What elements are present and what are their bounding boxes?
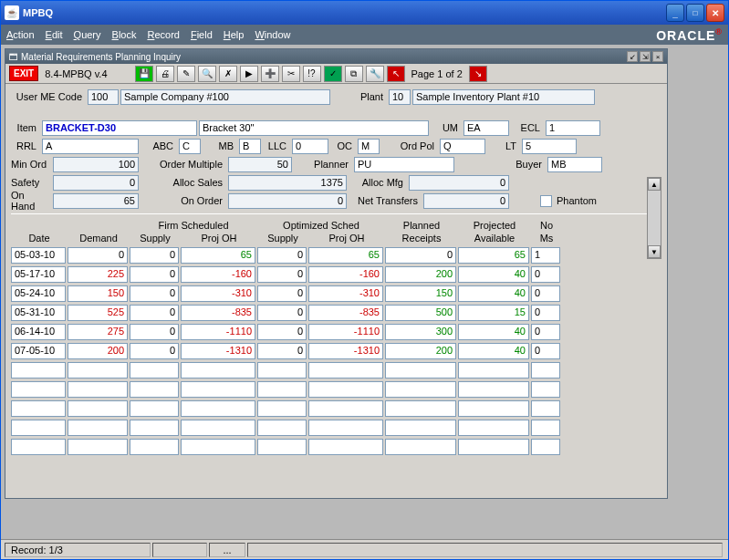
item-desc-field[interactable] bbox=[199, 120, 429, 136]
grid-cell[interactable] bbox=[130, 362, 179, 379]
grid-cell[interactable]: 40 bbox=[458, 343, 529, 359]
grid-cell[interactable]: 0 bbox=[130, 324, 179, 340]
table-row[interactable] bbox=[11, 362, 661, 381]
inner-restore-icon[interactable]: ⇲ bbox=[640, 51, 651, 62]
grid-cell[interactable]: 0 bbox=[130, 285, 179, 302]
abc-field[interactable] bbox=[179, 139, 201, 154]
grid-cell[interactable] bbox=[68, 400, 128, 417]
table-row[interactable]: 05-17-102250-1600-160200400 bbox=[11, 266, 661, 285]
grid-cell[interactable]: 525 bbox=[68, 305, 128, 321]
exit-button[interactable]: EXIT bbox=[9, 66, 38, 81]
grid-cell[interactable]: 0 bbox=[130, 266, 179, 283]
grid-cell[interactable] bbox=[181, 400, 255, 417]
maximize-button[interactable]: □ bbox=[686, 4, 704, 22]
grid-cell[interactable]: 200 bbox=[385, 266, 456, 283]
item-field[interactable] bbox=[42, 120, 197, 136]
grid-cell[interactable]: 0 bbox=[531, 305, 560, 321]
grid-cell[interactable] bbox=[308, 439, 383, 455]
grid-cell[interactable] bbox=[458, 400, 529, 417]
grid-cell[interactable] bbox=[257, 439, 307, 455]
form-scrollbar[interactable]: ▲ ▼ bbox=[647, 177, 661, 259]
menu-help[interactable]: Help bbox=[224, 29, 245, 40]
grid-cell[interactable]: 05-24-10 bbox=[11, 285, 66, 302]
grid-cell[interactable]: 0 bbox=[257, 247, 307, 264]
oc-field[interactable] bbox=[358, 139, 380, 154]
company-field[interactable] bbox=[120, 89, 330, 105]
grid-cell[interactable]: 0 bbox=[531, 324, 560, 340]
grid-cell[interactable] bbox=[11, 439, 66, 455]
menu-window[interactable]: Window bbox=[255, 29, 290, 40]
plant-desc-field[interactable] bbox=[412, 89, 595, 105]
grid-cell[interactable] bbox=[308, 362, 383, 379]
scroll-up-icon[interactable]: ▲ bbox=[648, 178, 661, 191]
grid-cell[interactable] bbox=[531, 381, 560, 398]
menu-field[interactable]: Field bbox=[191, 29, 213, 40]
grid-cell[interactable]: 0 bbox=[257, 266, 307, 283]
grid-cell[interactable] bbox=[68, 362, 128, 379]
grid-cell[interactable]: 40 bbox=[458, 266, 529, 283]
print-button[interactable]: 🖨 bbox=[156, 66, 174, 82]
grid-cell[interactable]: -1310 bbox=[308, 343, 383, 359]
grid-cell[interactable] bbox=[130, 420, 179, 436]
grid-cell[interactable]: 1 bbox=[531, 247, 560, 264]
grid-cell[interactable]: 200 bbox=[385, 343, 456, 359]
copy-button[interactable]: ⧉ bbox=[345, 66, 363, 82]
grid-cell[interactable] bbox=[181, 362, 255, 379]
grid-cell[interactable]: 65 bbox=[308, 247, 383, 264]
buyer-field[interactable] bbox=[547, 157, 602, 172]
grid-cell[interactable] bbox=[308, 420, 383, 436]
grid-cell[interactable]: -1110 bbox=[181, 324, 255, 340]
grid-cell[interactable] bbox=[11, 420, 66, 436]
grid-cell[interactable]: -160 bbox=[308, 266, 383, 283]
ordmult-field[interactable] bbox=[228, 157, 292, 172]
grid-cell[interactable]: 0 bbox=[257, 305, 307, 321]
um-field[interactable] bbox=[463, 120, 509, 136]
grid-cell[interactable]: 500 bbox=[385, 305, 456, 321]
help-button[interactable]: !? bbox=[303, 66, 321, 82]
planner-field[interactable] bbox=[354, 157, 454, 172]
grid-cell[interactable] bbox=[308, 400, 383, 417]
minimize-button[interactable]: _ bbox=[666, 4, 684, 22]
grid-cell[interactable] bbox=[257, 400, 307, 417]
grid-cell[interactable]: -835 bbox=[308, 305, 383, 321]
grid-cell[interactable] bbox=[458, 381, 529, 398]
table-row[interactable]: 05-24-101500-3100-310150400 bbox=[11, 285, 661, 305]
rrl-field[interactable] bbox=[42, 139, 139, 154]
grid-cell[interactable] bbox=[181, 420, 255, 436]
minord-field[interactable] bbox=[53, 157, 139, 172]
grid-cell[interactable]: 06-14-10 bbox=[11, 324, 66, 340]
tools-button[interactable]: 🔧 bbox=[366, 66, 384, 82]
grid-cell[interactable] bbox=[458, 420, 529, 436]
grid-cell[interactable]: 300 bbox=[385, 324, 456, 340]
plant-code-field[interactable] bbox=[389, 89, 411, 105]
grid-cell[interactable]: 0 bbox=[130, 305, 179, 321]
grid-cell[interactable]: 0 bbox=[531, 285, 560, 302]
llc-field[interactable] bbox=[292, 139, 328, 154]
grid-cell[interactable] bbox=[257, 420, 307, 436]
grid-cell[interactable]: 15 bbox=[458, 305, 529, 321]
table-row[interactable] bbox=[11, 439, 661, 458]
nav-button[interactable]: ✓ bbox=[324, 66, 342, 82]
onorder-field[interactable] bbox=[228, 193, 347, 209]
grid-cell[interactable] bbox=[458, 362, 529, 379]
grid-cell[interactable]: 40 bbox=[458, 324, 529, 340]
grid-cell[interactable]: -310 bbox=[181, 285, 255, 302]
grid-cell[interactable]: 0 bbox=[257, 285, 307, 302]
allocmfg-field[interactable] bbox=[409, 175, 509, 191]
grid-cell[interactable] bbox=[385, 420, 456, 436]
grid-cell[interactable] bbox=[458, 439, 529, 455]
search-button[interactable]: 🔍 bbox=[198, 66, 216, 82]
grid-cell[interactable] bbox=[308, 381, 383, 398]
grid-cell[interactable]: 40 bbox=[458, 285, 529, 302]
grid-cell[interactable] bbox=[130, 400, 179, 417]
grid-cell[interactable] bbox=[385, 400, 456, 417]
grid-cell[interactable]: 0 bbox=[68, 247, 128, 264]
grid-cell[interactable] bbox=[385, 362, 456, 379]
grid-cell[interactable] bbox=[68, 439, 128, 455]
grid-cell[interactable]: 200 bbox=[68, 343, 128, 359]
menu-block[interactable]: Block bbox=[112, 29, 137, 40]
edit-button[interactable]: ✎ bbox=[177, 66, 195, 82]
grid-cell[interactable] bbox=[11, 362, 66, 379]
grid-cell[interactable] bbox=[385, 381, 456, 398]
mb-field[interactable] bbox=[239, 139, 261, 154]
